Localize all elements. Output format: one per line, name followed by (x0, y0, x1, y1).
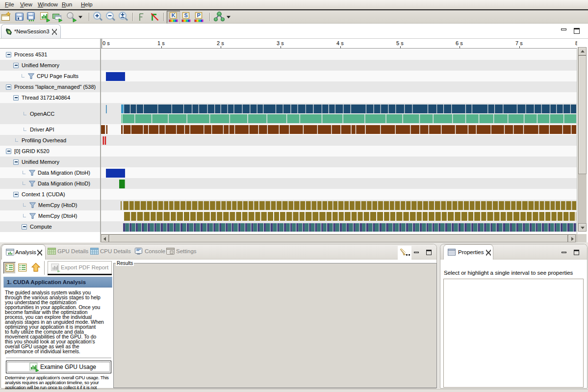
svg-text:S: S (184, 12, 188, 18)
svg-text:K: K (172, 12, 176, 18)
svg-text:P: P (197, 12, 201, 18)
